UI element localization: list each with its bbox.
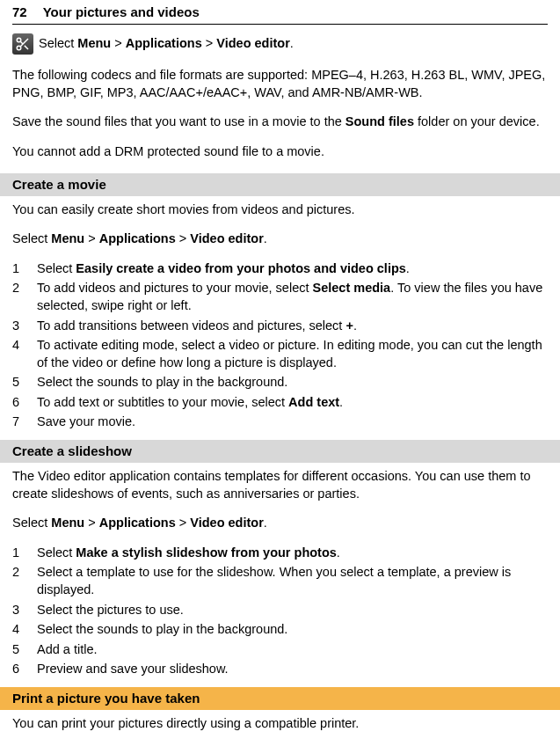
page-number: 72	[12, 4, 27, 21]
step-number: 5	[12, 641, 37, 659]
sound-files-label: Sound files	[345, 114, 414, 128]
create-slideshow-heading: Create a slideshow	[0, 440, 560, 463]
step-prefix: To add videos and pictures to your movie…	[37, 281, 313, 295]
sound-para-prefix: Save the sound files that you want to us…	[12, 114, 345, 128]
step-text: To activate editing mode, select a video…	[37, 337, 548, 371]
menu-label: Menu	[51, 516, 84, 530]
video-editor-label: Video editor	[216, 36, 290, 50]
step-number: 1	[12, 545, 37, 562]
step-bold: Add text	[288, 395, 339, 409]
step-number: 3	[12, 602, 37, 619]
create-slideshow-intro: The Video editor application contains te…	[12, 468, 548, 502]
step-suffix: .	[353, 318, 357, 333]
list-item: 1Select Make a stylish slideshow from yo…	[12, 545, 548, 562]
period: .	[290, 36, 294, 50]
sep1: >	[84, 231, 99, 245]
print-picture-intro: You can print your pictures directly usi…	[12, 715, 548, 733]
list-item: 2Select a template to use for the slides…	[12, 564, 548, 598]
page-title: Your pictures and videos	[43, 4, 200, 21]
select-prefix: Select	[12, 516, 51, 530]
step-number: 7	[12, 413, 37, 431]
step-bold: Select media	[313, 281, 391, 295]
step-text: Select Make a stylish slideshow from you…	[37, 545, 548, 562]
step-number: 3	[12, 318, 37, 335]
list-item: 7Save your movie.	[12, 413, 548, 431]
print-picture-heading: Print a picture you have taken	[0, 687, 560, 710]
step-text: Select the pictures to use.	[37, 602, 548, 619]
step-text: Add a title.	[37, 641, 548, 659]
list-item: 1Select Easily create a video from your …	[12, 260, 548, 278]
step-prefix: To add transitions between videos and pi…	[37, 318, 345, 333]
list-item: 4Select the sounds to play in the backgr…	[12, 621, 548, 639]
applications-label: Applications	[99, 231, 176, 245]
select-path-text: Select Menu > Applications > Video edito…	[39, 35, 548, 53]
step-number: 6	[12, 661, 37, 678]
step-text: Preview and save your slideshow.	[37, 661, 548, 678]
sep2: >	[202, 36, 217, 50]
list-item: 2To add videos and pictures to your movi…	[12, 280, 548, 314]
step-prefix: Select	[37, 261, 76, 275]
list-item: 6To add text or subtitles to your movie,…	[12, 394, 548, 412]
step-prefix: Select	[37, 545, 76, 560]
sep1: >	[111, 36, 126, 50]
codec-paragraph: The following codecs and file formats ar…	[12, 67, 548, 101]
step-bold: +	[345, 318, 353, 333]
step-suffix: .	[406, 261, 410, 275]
drm-paragraph: You cannot add a DRM protected sound fil…	[12, 143, 548, 161]
step-text: Select a template to use for the slidesh…	[37, 564, 548, 598]
step-number: 6	[12, 394, 37, 412]
step-text: Select the sounds to play in the backgro…	[37, 621, 548, 639]
page-header: 72 Your pictures and videos	[12, 0, 548, 25]
step-number: 4	[12, 337, 37, 371]
applications-label: Applications	[99, 516, 176, 530]
svg-point-0	[17, 39, 21, 43]
list-item: 6Preview and save your slideshow.	[12, 661, 548, 678]
svg-line-3	[25, 46, 28, 49]
step-prefix: To add text or subtitles to your movie, …	[37, 395, 288, 409]
step-number: 5	[12, 374, 37, 391]
menu-label: Menu	[77, 36, 111, 50]
select-path-slideshow: Select Menu > Applications > Video edito…	[12, 515, 548, 532]
list-item: 4To activate editing mode, select a vide…	[12, 337, 548, 371]
step-text: Save your movie.	[37, 413, 548, 431]
applications-label: Applications	[126, 36, 202, 50]
select-path-movie: Select Menu > Applications > Video edito…	[12, 230, 548, 248]
video-editor-label: Video editor	[190, 516, 264, 530]
svg-line-4	[20, 41, 23, 44]
step-text: To add videos and pictures to your movie…	[37, 280, 548, 314]
step-suffix: .	[337, 545, 340, 560]
svg-point-1	[17, 47, 21, 51]
step-number: 4	[12, 621, 37, 639]
step-bold: Make a stylish slideshow from your photo…	[76, 545, 337, 560]
sound-para-suffix: folder on your device.	[414, 114, 540, 128]
step-number: 1	[12, 260, 37, 278]
menu-label: Menu	[51, 231, 84, 245]
create-movie-heading: Create a movie	[0, 173, 560, 196]
list-item: 5Add a title.	[12, 641, 548, 659]
step-text: Select Easily create a video from your p…	[37, 260, 548, 278]
create-movie-steps: 1Select Easily create a video from your …	[12, 260, 548, 431]
list-item: 3To add transitions between videos and p…	[12, 318, 548, 335]
video-editor-label: Video editor	[190, 231, 264, 245]
list-item: 5Select the sounds to play in the backgr…	[12, 374, 548, 391]
scissors-icon	[12, 33, 33, 55]
sep2: >	[176, 231, 191, 245]
period: .	[264, 516, 267, 530]
sep2: >	[176, 516, 191, 530]
sep1: >	[84, 516, 99, 530]
step-suffix: .	[339, 395, 343, 409]
step-text: Select the sounds to play in the backgro…	[37, 374, 548, 391]
period: .	[264, 231, 267, 245]
step-number: 2	[12, 280, 37, 314]
create-slideshow-steps: 1Select Make a stylish slideshow from yo…	[12, 545, 548, 678]
sound-files-paragraph: Save the sound files that you want to us…	[12, 113, 548, 131]
select-prefix: Select	[39, 36, 77, 50]
select-path-row: Select Menu > Applications > Video edito…	[12, 33, 548, 55]
step-text: To add text or subtitles to your movie, …	[37, 394, 548, 412]
create-movie-intro: You can easily create short movies from …	[12, 201, 548, 219]
step-bold: Easily create a video from your photos a…	[76, 261, 406, 275]
list-item: 3Select the pictures to use.	[12, 602, 548, 619]
step-number: 2	[12, 564, 37, 598]
step-text: To add transitions between videos and pi…	[37, 318, 548, 335]
select-prefix: Select	[12, 231, 51, 245]
